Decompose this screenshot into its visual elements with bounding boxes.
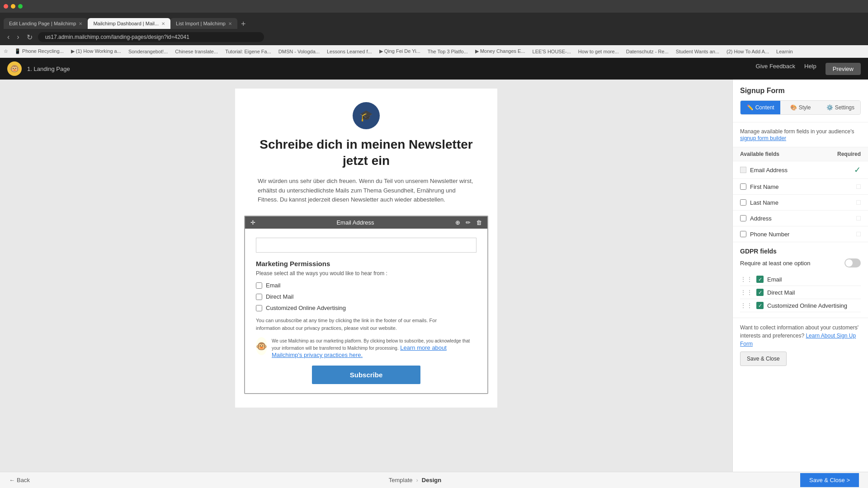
address-bar: ‹ › ↻ bbox=[0, 29, 868, 45]
tab-content-label: Content bbox=[755, 104, 774, 111]
field-row-email: Email Address ✓ bbox=[733, 161, 868, 179]
mailchimp-badge-icon: 🐵 bbox=[256, 337, 267, 355]
gdpr-item-direct-mail: ⋮⋮ ✓ Direct Mail bbox=[740, 286, 861, 299]
manage-text: Manage available form fields in your aud… bbox=[740, 128, 854, 135]
give-feedback-link[interactable]: Give Feedback bbox=[756, 63, 795, 75]
breadcrumb-separator: › bbox=[416, 477, 418, 483]
bookmark-7[interactable]: ▶ Qing Fei De Yi... bbox=[377, 47, 423, 55]
gdpr-online-advertising-option: Customized Online Advertising bbox=[256, 305, 476, 311]
bookmark-4[interactable]: Tutorial: Eigene Fa... bbox=[222, 48, 274, 55]
tab-style[interactable]: 🎨 Style bbox=[780, 101, 820, 114]
logo-circle: 🎓 bbox=[353, 102, 380, 129]
field-row-phone-left: Phone Number bbox=[740, 231, 789, 238]
unsubscribe-text: You can unsubscribe at any time by click… bbox=[256, 317, 455, 332]
bookmark-10[interactable]: LEE'S HOUSE-... bbox=[530, 48, 574, 55]
form-block-toolbar-icons: ⊕ ✏ 🗑 bbox=[455, 219, 482, 226]
right-sidebar: Signup Form ✏️ Content 🎨 Style ⚙️ Settin… bbox=[732, 80, 868, 472]
tab-edit-landing[interactable]: Edit Landing Page | Mailchimp ✕ bbox=[4, 18, 88, 29]
gdpr-direct-mail-drag-handle[interactable]: ⋮⋮ bbox=[740, 289, 753, 296]
gdpr-customized-item-checkbox[interactable]: ✓ bbox=[756, 302, 764, 309]
breadcrumb: Template › Design bbox=[389, 477, 441, 483]
gdpr-item-email: ⋮⋮ ✓ Email bbox=[740, 273, 861, 286]
marketing-permissions-subtitle: Please select all the ways you would lik… bbox=[256, 270, 476, 277]
email-input[interactable] bbox=[256, 238, 476, 253]
tab-label: Mailchimp Dashboard | Mail... bbox=[93, 21, 159, 26]
canvas-wrapper: 🎓 Schreibe dich in meinen Newsletter jet… bbox=[235, 89, 497, 463]
tab-close-0[interactable]: ✕ bbox=[79, 21, 82, 26]
gdpr-toggle-thumb bbox=[845, 259, 853, 267]
tab-close-2[interactable]: ✕ bbox=[228, 21, 232, 26]
mailchimp-badge-content: We use Mailchimp as our marketing platfo… bbox=[272, 337, 476, 358]
tab-close-1[interactable]: ✕ bbox=[161, 21, 165, 26]
marketing-permissions-section: Marketing Permissions Please select all … bbox=[256, 260, 476, 311]
forward-button[interactable]: › bbox=[15, 33, 21, 41]
back-button[interactable]: ← Back bbox=[9, 477, 30, 483]
window-close-dot[interactable] bbox=[4, 4, 8, 9]
bookmark-9[interactable]: ▶ Money Changes E... bbox=[472, 47, 528, 55]
bookmark-0[interactable]: 📱 Phone Recycling... bbox=[12, 47, 66, 55]
address-input[interactable] bbox=[38, 32, 264, 42]
bookmark-14[interactable]: (2) How To Add A... bbox=[724, 48, 772, 55]
bottom-desc-text: Want to collect information about your c… bbox=[740, 324, 861, 348]
gdpr-email-option: Email bbox=[256, 282, 476, 289]
gdpr-email-drag-handle[interactable]: ⋮⋮ bbox=[740, 276, 753, 283]
gdpr-customized-drag-handle[interactable]: ⋮⋮ bbox=[740, 302, 753, 309]
save-close-button-sm[interactable]: Save & Close bbox=[740, 352, 787, 366]
lastname-checkbox[interactable] bbox=[740, 199, 746, 206]
landing-page-title: Schreibe dich in meinen Newsletter jetzt… bbox=[259, 136, 472, 169]
bookmark-13[interactable]: Student Wants an... bbox=[673, 48, 722, 55]
window-minimize-dot[interactable] bbox=[11, 4, 15, 9]
tab-settings[interactable]: ⚙️ Settings bbox=[821, 101, 860, 114]
form-block-label: Email Address bbox=[336, 219, 374, 226]
sidebar-title: Signup Form bbox=[740, 87, 861, 95]
bookmark-15[interactable]: Learnin bbox=[774, 48, 796, 55]
gdpr-option-label: Require at least one option bbox=[740, 260, 810, 267]
tab-list-import[interactable]: List Import | Mailchimp ✕ bbox=[170, 18, 237, 29]
bookmark-5[interactable]: DMSN - Vologda... bbox=[276, 48, 322, 55]
bookmark-2[interactable]: Sonderangebot!... bbox=[126, 48, 170, 55]
email-address-label: Email Address bbox=[750, 167, 788, 174]
gdpr-online-advertising-label: Customized Online Advertising bbox=[266, 305, 346, 311]
drag-handle-icon[interactable]: ✛ bbox=[250, 219, 255, 226]
bookmark-6[interactable]: Lessons Learned f... bbox=[324, 48, 375, 55]
address-label: Address bbox=[750, 215, 772, 222]
gdpr-toggle[interactable] bbox=[844, 258, 861, 267]
bookmark-3[interactable]: Chinese translate... bbox=[172, 48, 221, 55]
phone-checkbox[interactable] bbox=[740, 231, 746, 237]
address-checkbox[interactable] bbox=[740, 215, 746, 221]
edit-icon[interactable]: ✏ bbox=[466, 219, 471, 226]
reload-button[interactable]: ↻ bbox=[25, 33, 34, 42]
gdpr-title: GDPR fields bbox=[740, 248, 861, 255]
bookmark-8[interactable]: The Top 3 Platfo... bbox=[425, 48, 471, 55]
window-maximize-dot[interactable] bbox=[18, 4, 23, 9]
bookmark-12[interactable]: Datenschutz - Re... bbox=[623, 48, 671, 55]
back-label: Back bbox=[17, 477, 30, 483]
new-tab-button[interactable]: + bbox=[237, 19, 250, 29]
bookmark-11[interactable]: How to get more... bbox=[576, 48, 622, 55]
firstname-checkbox[interactable] bbox=[740, 183, 746, 190]
preview-link[interactable]: Preview bbox=[826, 63, 861, 75]
help-link[interactable]: Help bbox=[804, 63, 816, 75]
field-row-address-left: Address bbox=[740, 215, 772, 222]
gdpr-email-label: Email bbox=[266, 282, 281, 289]
gdpr-email-item-checkbox[interactable]: ✓ bbox=[756, 276, 764, 283]
gdpr-online-advertising-checkbox[interactable] bbox=[256, 305, 262, 311]
bookmark-1[interactable]: ▶ (1) How Working a... bbox=[68, 47, 124, 55]
email-required-check: ✓ bbox=[854, 165, 861, 175]
signup-form-builder-link[interactable]: signup form builder bbox=[740, 135, 786, 141]
app-header-left: 🐵 1. Landing Page bbox=[7, 61, 70, 76]
tab-dashboard[interactable]: Mailchimp Dashboard | Mail... ✕ bbox=[88, 18, 170, 29]
style-icon: 🎨 bbox=[790, 104, 797, 111]
gdpr-direct-mail-checkbox[interactable] bbox=[256, 294, 262, 300]
tab-content[interactable]: ✏️ Content bbox=[741, 101, 780, 114]
save-close-footer-button[interactable]: Save & Close > bbox=[800, 473, 859, 487]
breadcrumb-design: Design bbox=[422, 477, 441, 483]
back-button[interactable]: ‹ bbox=[5, 33, 11, 41]
gdpr-direct-mail-item-checkbox[interactable]: ✓ bbox=[756, 289, 764, 296]
gdpr-email-checkbox[interactable] bbox=[256, 282, 262, 289]
gdpr-toggle-row: Require at least one option bbox=[740, 258, 861, 267]
lastname-required-check: □ bbox=[856, 198, 861, 206]
app-header: 🐵 1. Landing Page Give Feedback Help Pre… bbox=[0, 58, 868, 80]
subscribe-button[interactable]: Subscribe bbox=[312, 366, 420, 384]
delete-icon[interactable]: 🗑 bbox=[476, 219, 482, 226]
